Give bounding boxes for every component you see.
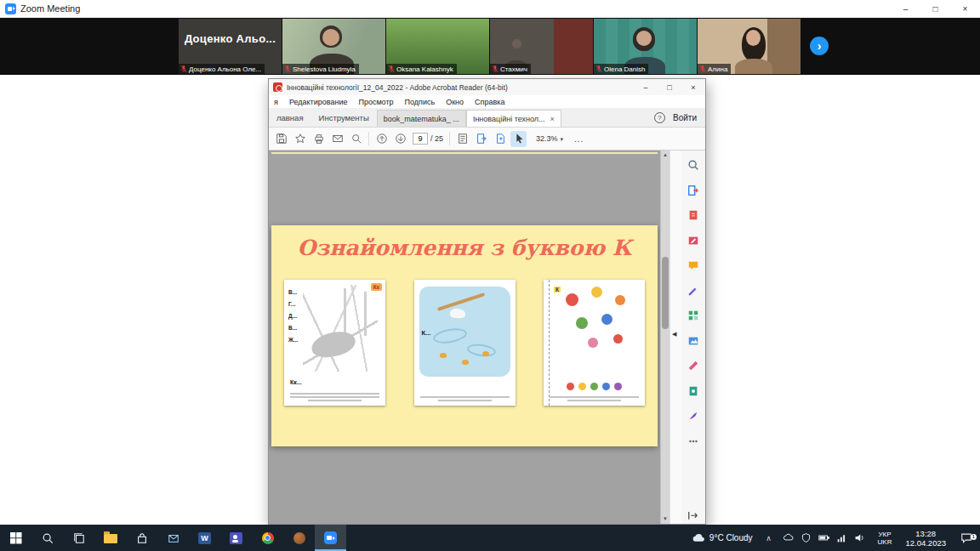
participant-video-5[interactable]: Olena Danish [594, 19, 697, 74]
open-tools-pane-icon[interactable] [687, 508, 699, 518]
weather-widget[interactable]: 9°C Cloudy [684, 533, 761, 542]
scroll-down-icon[interactable] [661, 514, 669, 524]
zoom-level-dropdown[interactable]: 32.3% [536, 134, 563, 143]
letter-item: Д... [288, 310, 298, 322]
word-button[interactable] [189, 525, 220, 551]
clown-shape [601, 314, 612, 325]
email-icon[interactable] [329, 131, 345, 147]
mail-button[interactable] [157, 525, 189, 551]
participant-video-1[interactable]: Доценко Альо... Доценко Альона Оле... [179, 19, 282, 74]
file-explorer-button[interactable] [94, 525, 126, 551]
participant-video-2[interactable]: Shelestova Liudmyla [282, 19, 385, 74]
textbook-page-2: К... [414, 280, 516, 406]
menu-window[interactable]: Окно [446, 98, 464, 106]
hidden-icons-chevron[interactable] [761, 534, 777, 542]
acrobat-tabbar: лавная Инструменты book_matematuka_ ... … [269, 108, 705, 128]
sign-in-button[interactable]: Войти [673, 113, 697, 122]
organize-pages-tool-icon[interactable] [687, 309, 700, 322]
favorite-star-icon[interactable] [292, 131, 308, 147]
participant-video-4[interactable]: Стахмич [490, 19, 593, 74]
chevron-down-icon [561, 134, 564, 143]
edit-pdf-tool-icon[interactable] [687, 234, 700, 247]
text-line [290, 396, 379, 398]
teams-button[interactable] [220, 525, 252, 551]
protect-tool-icon[interactable] [687, 384, 700, 398]
store-button[interactable] [126, 525, 157, 551]
participant-video-3[interactable]: Oksana Kalashnyk [386, 19, 489, 74]
menu-view[interactable]: Просмотр [358, 98, 393, 106]
menu-file[interactable]: я [274, 98, 278, 106]
letter-list: В... Г... Д... В... Ж... [288, 287, 298, 346]
help-icon[interactable] [654, 112, 665, 123]
acrobat-maximize-button[interactable] [658, 79, 681, 95]
acrobat-close-button[interactable] [681, 79, 705, 95]
doc-tab-label: book_matematuka_ ... [384, 115, 459, 123]
page-number-input[interactable] [413, 133, 428, 145]
next-page-icon[interactable] [392, 131, 408, 147]
next-participants-button[interactable] [810, 37, 829, 55]
text-line [438, 400, 492, 401]
clown-shape [591, 287, 602, 298]
zoom-camera-icon [324, 531, 337, 544]
caption-lines [290, 391, 379, 401]
page-view-icon[interactable] [454, 131, 470, 147]
doc-tab-active[interactable]: Інноваційні технол... [466, 110, 561, 127]
scrollbar-thumb[interactable] [662, 257, 669, 329]
measure-tool-icon[interactable] [687, 359, 700, 372]
create-pdf-tool-icon[interactable] [687, 208, 700, 222]
tools-rail [681, 151, 705, 524]
acrobat-minimize-button[interactable] [634, 79, 658, 95]
maximize-button[interactable] [920, 0, 950, 17]
task-view-button[interactable] [63, 525, 94, 551]
action-center-button[interactable]: 1 [953, 532, 980, 543]
battery-icon[interactable] [818, 532, 829, 543]
comment-tool-icon[interactable] [687, 258, 700, 272]
network-icon[interactable] [836, 532, 847, 543]
zoom-app-button[interactable] [315, 525, 346, 551]
scroll-up-icon[interactable] [661, 151, 669, 160]
draw-tool-icon[interactable] [687, 409, 700, 423]
export-pdf-tool-icon[interactable] [687, 184, 700, 197]
find-icon[interactable] [348, 131, 364, 147]
create-shortcut-icon[interactable] [492, 131, 508, 147]
onedrive-icon[interactable] [783, 532, 794, 543]
firefox-button[interactable] [283, 525, 315, 551]
more-options-icon[interactable] [574, 134, 584, 144]
clock-widget[interactable]: 13:28 12.04.2023 [898, 529, 953, 548]
zoom-window-titlebar: Zoom Meeting [0, 0, 980, 18]
tab-home[interactable]: лавная [269, 113, 311, 122]
tab-tools[interactable]: Инструменты [311, 113, 377, 122]
volume-icon[interactable] [854, 532, 865, 543]
person-silhouette [746, 30, 761, 46]
tab-close-icon[interactable] [550, 115, 555, 123]
save-file-icon[interactable] [273, 131, 289, 147]
previous-page-icon[interactable] [373, 131, 390, 147]
start-button[interactable] [0, 525, 31, 551]
participant-video-6[interactable]: Алина [698, 19, 801, 74]
acrobat-document-area: Ознайомлення з буквою К Кк В... Г... Д..… [269, 151, 705, 524]
collapse-panel-icon[interactable] [672, 331, 676, 338]
language-switcher[interactable]: УКР UKR [871, 531, 899, 546]
fill-sign-tool-icon[interactable] [687, 284, 700, 298]
more-tools-icon[interactable] [687, 435, 700, 448]
menu-help[interactable]: Справка [475, 98, 504, 106]
export-shortcut-icon[interactable] [473, 131, 489, 147]
search-button[interactable] [31, 525, 63, 551]
menu-sign[interactable]: Подпись [405, 98, 436, 106]
letter-item: Г... [288, 298, 298, 310]
participant-name: Доценко Альона Оле... [189, 65, 261, 73]
doc-tab-book[interactable]: book_matematuka_ ... [377, 110, 466, 127]
security-shield-icon[interactable] [801, 532, 812, 543]
participant-nametag: Oksana Kalashnyk [386, 64, 457, 74]
muted-mic-icon [699, 65, 706, 73]
text-line [550, 396, 639, 398]
chrome-button[interactable] [252, 525, 283, 551]
print-icon[interactable] [311, 131, 327, 147]
search-tools-icon[interactable] [687, 158, 700, 172]
vertical-scrollbar[interactable] [660, 151, 669, 524]
scan-ocr-tool-icon[interactable] [687, 334, 700, 348]
minimize-button[interactable] [891, 0, 920, 17]
select-tool-icon[interactable] [510, 131, 527, 147]
close-button[interactable] [950, 0, 980, 17]
menu-edit[interactable]: Редактирование [289, 98, 348, 106]
